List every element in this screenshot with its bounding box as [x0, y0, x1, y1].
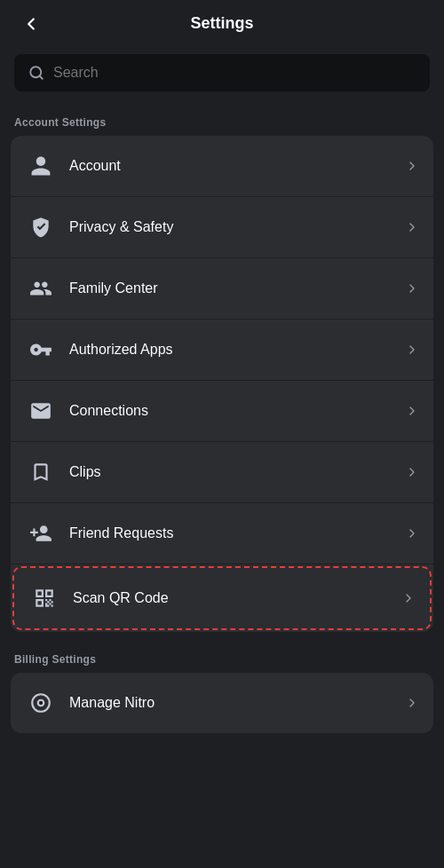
chevron-right-icon — [405, 343, 419, 357]
connections-label: Connections — [69, 403, 405, 419]
svg-point-3 — [39, 701, 43, 705]
friend-requests-label: Friend Requests — [69, 525, 405, 541]
search-container — [0, 47, 444, 106]
account-label: Account — [69, 158, 405, 174]
account-settings-section: Account Settings Account Privacy & Safet… — [0, 106, 444, 632]
chevron-right-icon — [405, 696, 419, 710]
settings-item-scan-qr-code[interactable]: Scan QR Code — [14, 568, 430, 628]
settings-item-family-center[interactable]: Family Center — [11, 258, 433, 320]
clips-icon — [25, 456, 57, 488]
billing-settings-group: Manage Nitro — [11, 673, 433, 733]
friend-requests-icon — [25, 517, 57, 549]
privacy-safety-label: Privacy & Safety — [69, 219, 405, 235]
settings-item-account[interactable]: Account — [11, 136, 433, 197]
settings-item-clips[interactable]: Clips — [11, 442, 433, 503]
search-icon — [28, 65, 44, 81]
family-center-label: Family Center — [69, 280, 405, 296]
settings-item-authorized-apps[interactable]: Authorized Apps — [11, 320, 433, 381]
scan-qr-code-label: Scan QR Code — [73, 590, 401, 606]
connections-icon — [25, 395, 57, 427]
chevron-right-icon — [405, 465, 419, 479]
search-bar — [14, 54, 430, 91]
account-settings-label: Account Settings — [0, 106, 444, 136]
page-title: Settings — [18, 14, 426, 33]
shield-icon — [25, 211, 57, 243]
chevron-right-icon — [405, 404, 419, 418]
search-input[interactable] — [53, 65, 416, 81]
account-settings-group: Account Privacy & Safety Family Center — [11, 136, 433, 632]
chevron-right-icon — [401, 591, 416, 605]
settings-item-privacy-safety[interactable]: Privacy & Safety — [11, 197, 433, 258]
manage-nitro-label: Manage Nitro — [69, 695, 405, 711]
billing-settings-section: Billing Settings Manage Nitro — [0, 643, 444, 733]
scan-qr-code-highlight: Scan QR Code — [12, 566, 432, 630]
person-icon — [25, 150, 57, 182]
chevron-right-icon — [405, 159, 419, 173]
svg-line-1 — [39, 75, 42, 78]
back-button[interactable] — [18, 11, 44, 37]
key-icon — [25, 334, 57, 366]
chevron-right-icon — [405, 526, 419, 541]
clips-label: Clips — [69, 464, 405, 480]
chevron-right-icon — [405, 220, 419, 234]
qr-code-icon — [28, 582, 60, 614]
settings-item-manage-nitro[interactable]: Manage Nitro — [11, 673, 433, 733]
billing-settings-label: Billing Settings — [0, 643, 444, 673]
settings-item-friend-requests[interactable]: Friend Requests — [11, 503, 433, 564]
settings-item-connections[interactable]: Connections — [11, 381, 433, 442]
chevron-right-icon — [405, 281, 419, 296]
family-icon — [25, 272, 57, 304]
nitro-icon — [25, 687, 57, 719]
header: Settings — [0, 0, 444, 47]
authorized-apps-label: Authorized Apps — [69, 342, 405, 358]
